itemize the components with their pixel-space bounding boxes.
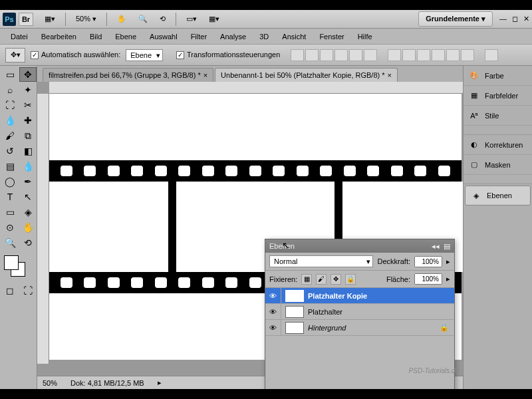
distribute-icon[interactable] xyxy=(388,49,401,61)
menu-fenster[interactable]: Fenster xyxy=(314,31,349,43)
close-tab-icon[interactable]: × xyxy=(203,71,207,79)
3d-camera-tool[interactable]: ⊙ xyxy=(1,220,19,235)
opacity-flyout-icon[interactable]: ▸ xyxy=(446,257,450,266)
ruler-vertical[interactable] xyxy=(37,94,49,364)
visibility-icon[interactable]: 👁 xyxy=(265,304,281,319)
visibility-icon[interactable]: 👁 xyxy=(265,320,281,335)
align-icon[interactable] xyxy=(305,49,319,61)
layer-row[interactable]: 👁 Platzhalter xyxy=(265,304,454,320)
wand-tool[interactable]: ✦ xyxy=(19,82,37,97)
dodge-tool[interactable]: ◯ xyxy=(1,174,19,189)
layer-thumb[interactable] xyxy=(285,290,304,302)
quickmask-tool[interactable]: ◻ xyxy=(1,283,19,298)
doc-status[interactable]: Dok: 4,81 MB/12,5 MB xyxy=(70,379,144,387)
menu-bearbeiten[interactable]: Bearbeiten xyxy=(36,31,82,43)
shape-tool[interactable]: ▭ xyxy=(1,205,19,219)
lasso-tool[interactable]: ⌕ xyxy=(1,82,19,97)
menu-3d[interactable]: 3D xyxy=(254,31,274,43)
menu-auswahl[interactable]: Auswahl xyxy=(144,31,183,43)
panel-menu-icon[interactable]: ▤ xyxy=(444,242,450,251)
align-icon[interactable] xyxy=(364,49,377,61)
ruler-horizontal[interactable] xyxy=(49,82,463,94)
color-swatches[interactable] xyxy=(4,255,33,278)
status-arrow-icon[interactable]: ▸ xyxy=(158,378,162,387)
type-tool[interactable]: T xyxy=(1,190,19,204)
move-tool-indicator[interactable]: ✥▾ xyxy=(5,48,25,63)
slice-tool[interactable]: ✂ xyxy=(19,98,37,112)
crop-tool[interactable]: ⛶ xyxy=(1,98,19,112)
menu-bild[interactable]: Bild xyxy=(84,31,107,43)
distribute-icon[interactable] xyxy=(432,49,445,61)
eyedropper-tool[interactable]: 💧 xyxy=(1,113,19,128)
fill-input[interactable] xyxy=(414,273,442,285)
distribute-icon[interactable] xyxy=(446,49,460,61)
history-brush-tool[interactable]: ↺ xyxy=(1,144,19,158)
fill-flyout-icon[interactable]: ▸ xyxy=(446,275,450,283)
zoom-tool[interactable]: 🔍 xyxy=(1,235,19,250)
stamp-tool[interactable]: ⧉ xyxy=(19,128,37,143)
distribute-icon[interactable] xyxy=(461,49,474,61)
distribute-icon[interactable] xyxy=(402,49,416,61)
zoom-level[interactable]: 50% ▾ xyxy=(71,13,101,25)
rotate-tool[interactable]: ⟲ xyxy=(19,235,37,250)
opacity-input[interactable] xyxy=(414,256,442,267)
bridge-button[interactable]: Br xyxy=(19,13,33,26)
rotate-view-icon[interactable]: ⟲ xyxy=(155,13,170,25)
visibility-icon[interactable]: 👁 xyxy=(265,288,281,303)
autoselect-dropdown[interactable]: Ebene xyxy=(126,49,163,61)
layer-name[interactable]: Platzhalter xyxy=(308,308,342,316)
hand-tool[interactable]: ✋ xyxy=(19,220,37,235)
layer-thumb[interactable] xyxy=(285,306,304,318)
move-tool[interactable]: ✥ xyxy=(19,67,37,82)
panel-korrekturen[interactable]: ◐Korrekturen xyxy=(464,135,532,155)
zoom-status[interactable]: 50% xyxy=(43,379,57,387)
heal-tool[interactable]: ✚ xyxy=(19,113,37,128)
gradient-tool[interactable]: ▤ xyxy=(1,159,19,174)
menu-filter[interactable]: Filter xyxy=(186,31,212,43)
lock-all-icon[interactable]: 🔒 xyxy=(345,274,356,285)
panel-farbfelder[interactable]: ▦Farbfelder xyxy=(464,86,532,106)
lock-pixels-icon[interactable]: 🖌 xyxy=(316,274,327,285)
align-icon[interactable] xyxy=(349,49,362,61)
zoom-tool-icon[interactable]: 🔍 xyxy=(134,13,152,25)
eraser-tool[interactable]: ◧ xyxy=(19,144,37,158)
minimize-icon[interactable]: — xyxy=(499,15,507,23)
panel-ebenen[interactable]: ◈Ebenen xyxy=(465,186,531,205)
screen-mode-icon[interactable]: ▭▾ xyxy=(182,13,201,25)
layer-thumb[interactable] xyxy=(285,322,304,334)
align-icon[interactable] xyxy=(334,49,348,61)
maximize-icon[interactable]: ◻ xyxy=(512,15,518,23)
extras-icon[interactable]: ▦▾ xyxy=(204,13,224,25)
blend-mode-dropdown[interactable]: Normal xyxy=(269,255,373,267)
panel-stile[interactable]: AªStile xyxy=(464,106,532,126)
align-icon[interactable] xyxy=(291,49,304,61)
menu-hilfe[interactable]: Hilfe xyxy=(352,31,378,43)
panel-farbe[interactable]: 🎨Farbe xyxy=(464,66,532,86)
pen-tool[interactable]: ✒ xyxy=(19,174,37,189)
foreground-color[interactable] xyxy=(4,255,19,270)
layer-row[interactable]: 👁 Platzhalter Kopie xyxy=(265,288,454,304)
path-tool[interactable]: ↖ xyxy=(19,190,37,204)
close-icon[interactable]: ✕ xyxy=(523,15,529,23)
auto-align-icon[interactable] xyxy=(485,49,498,61)
close-tab-icon[interactable]: × xyxy=(388,71,392,79)
panel-masken[interactable]: ▢Masken xyxy=(464,155,532,175)
menu-analyse[interactable]: Analyse xyxy=(215,31,251,43)
hand-tool-icon[interactable]: ✋ xyxy=(112,13,131,25)
document-tab[interactable]: Unbenannt-1 bei 50% (Platzhalter Kopie, … xyxy=(215,68,398,82)
lock-transparent-icon[interactable]: ▦ xyxy=(301,274,312,285)
layer-name[interactable]: Hintergrund xyxy=(308,324,346,332)
distribute-icon[interactable] xyxy=(417,49,430,61)
lock-position-icon[interactable]: ✥ xyxy=(331,274,341,285)
blur-tool[interactable]: 💧 xyxy=(19,159,37,174)
layer-name[interactable]: Platzhalter Kopie xyxy=(308,292,367,300)
transform-checkbox[interactable]: ✓Transformationssteuerungen xyxy=(176,51,280,59)
screenmode-tool[interactable]: ⛶ xyxy=(19,283,37,298)
collapse-icon[interactable]: ◂◂ xyxy=(432,242,440,251)
align-icon[interactable] xyxy=(320,49,333,61)
arrange-button[interactable]: ▦▾ xyxy=(40,13,60,25)
menu-ansicht[interactable]: Ansicht xyxy=(277,31,311,43)
autoselect-checkbox[interactable]: ✓Automatisch auswählen: xyxy=(31,51,120,59)
workspace-selector[interactable]: Grundelemente ▾ xyxy=(418,11,493,27)
document-tab[interactable]: filmstreifen.psd bei 66,7% (Gruppe 3, RG… xyxy=(43,68,213,82)
